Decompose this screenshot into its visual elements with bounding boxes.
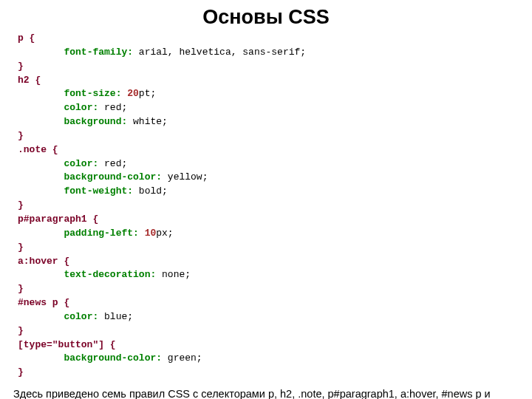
css-code-block: p { font-family: arial, helvetica, sans-…: [12, 32, 520, 380]
footer-text: Здесь приведено семь правил CSS с селект…: [12, 387, 520, 399]
page-title: Основы CSS: [12, 6, 520, 29]
